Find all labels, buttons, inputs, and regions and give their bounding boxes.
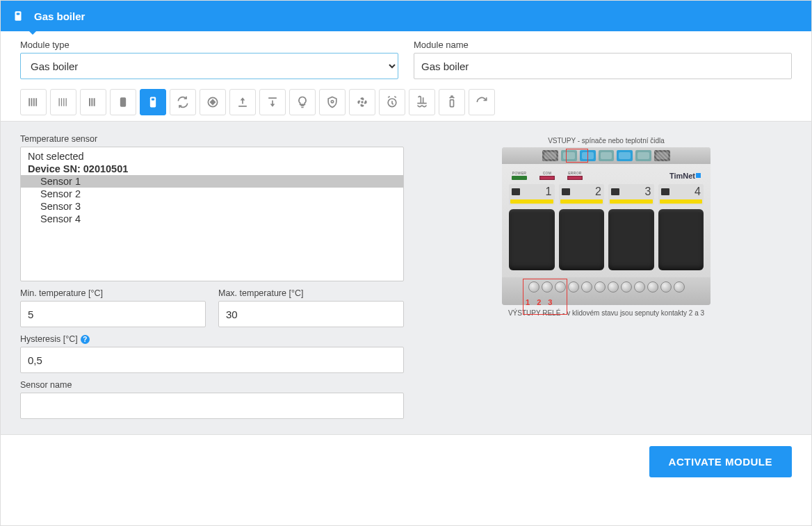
updown-icon[interactable] [200, 89, 226, 115]
blinds-1-icon[interactable] [20, 89, 47, 115]
svg-rect-1 [17, 13, 20, 15]
module-type-select[interactable]: Gas boiler [20, 53, 398, 79]
sensor-option-3[interactable]: Sensor 3 [21, 200, 403, 213]
sensor-device-group: Device SN: 02010501 [21, 163, 403, 175]
top-config-section: Module type Gas boiler Module name [1, 31, 811, 121]
boiler-header-icon [12, 10, 24, 22]
device-brand-label: TimNet [669, 172, 701, 180]
shield-icon[interactable] [319, 89, 346, 115]
sensor-not-selected[interactable]: Not selected [21, 150, 403, 163]
output-highlight-box [523, 279, 567, 315]
hysteresis-label: Hysteresis [°C] ? [20, 334, 404, 344]
alarm-icon[interactable] [379, 89, 405, 115]
svg-rect-9 [450, 100, 454, 107]
boiler-icon[interactable] [140, 89, 166, 115]
min-temp-label: Min. temperature [°C] [20, 288, 206, 298]
sensor-option-4[interactable]: Sensor 4 [21, 213, 403, 225]
device-illustration: VSTUPY - spínače nebo teplotní čidla POW… [492, 137, 721, 317]
redo-icon[interactable] [469, 89, 495, 115]
sensor-name-label: Sensor name [20, 380, 404, 390]
max-temp-input[interactable] [218, 301, 404, 327]
sync-icon[interactable] [170, 89, 196, 115]
blinds-2-icon[interactable] [50, 89, 76, 115]
svg-point-7 [361, 101, 363, 103]
device-top-label: VSTUPY - spínače nebo teplotní čidla [492, 137, 721, 145]
min-temp-input[interactable] [20, 301, 206, 327]
temp-sensor-label: Temperature sensor [20, 134, 404, 144]
sensor-option-2[interactable]: Sensor 2 [21, 188, 403, 200]
input-highlight-box [566, 149, 588, 163]
sensor-option-1[interactable]: Sensor 1 [21, 175, 403, 188]
module-type-label: Module type [20, 40, 398, 50]
sensor-name-input[interactable] [20, 393, 404, 419]
blinds-3-icon[interactable] [80, 89, 106, 115]
sensor-config-section: Temperature sensor Not selected Device S… [1, 121, 811, 435]
fan-icon[interactable] [349, 89, 375, 115]
svg-rect-4 [152, 99, 154, 101]
activate-module-button[interactable]: ACTIVATE MODULE [649, 446, 792, 477]
hysteresis-help-icon[interactable]: ? [81, 335, 90, 344]
svg-rect-2 [120, 97, 126, 106]
max-temp-label: Max. temperature [°C] [218, 288, 404, 298]
remote-icon[interactable] [439, 89, 465, 115]
level-up-icon[interactable] [229, 89, 256, 115]
heater-icon[interactable] [110, 89, 136, 115]
panel-footer: ACTIVATE MODULE [1, 435, 811, 488]
panel-title: Gas boiler [34, 10, 85, 22]
panel-header: Gas boiler [1, 1, 811, 31]
level-down-icon[interactable] [259, 89, 286, 115]
module-name-input[interactable] [414, 53, 792, 79]
active-tab-arrow [29, 31, 37, 35]
module-config-panel: Gas boiler Module type Gas boiler Module… [0, 0, 812, 526]
sensor-listbox[interactable]: Not selected Device SN: 02010501 Sensor … [20, 147, 404, 281]
hysteresis-input[interactable] [20, 347, 404, 373]
bulb-icon[interactable] [289, 89, 316, 115]
module-name-label: Module name [414, 40, 792, 50]
svg-rect-0 [15, 11, 22, 21]
svg-point-6 [331, 101, 333, 103]
output-terminal-numbers: 1 2 3 [526, 298, 552, 306]
module-type-icon-row [20, 89, 792, 115]
pool-icon[interactable] [409, 89, 435, 115]
